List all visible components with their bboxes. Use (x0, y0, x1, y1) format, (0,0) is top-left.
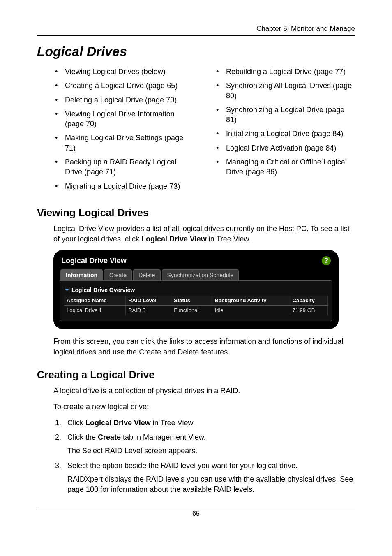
text: tab in Management View. (121, 433, 206, 441)
topics-columns: Viewing Logical Drives (below) Creating … (37, 67, 355, 195)
overview-label: Logical Drive Overview (71, 287, 135, 293)
tab-create[interactable]: Create (104, 269, 132, 280)
topics-left: Viewing Logical Drives (below) Creating … (37, 67, 194, 191)
section-heading-viewing: Viewing Logical Drives (37, 207, 355, 219)
table-row[interactable]: Logical Drive 1 RAID 5 Functional Idle 7… (64, 306, 328, 315)
text: Click (67, 419, 85, 427)
page-number: 65 (37, 507, 355, 517)
text: Select the option beside the RAID level … (67, 461, 297, 470)
step-2-sub: The Select RAID Level screen appears. (67, 446, 355, 456)
col-assigned-name: Assigned Name (64, 296, 126, 306)
step-2: Click the Create tab in Management View.… (63, 432, 355, 456)
list-item[interactable]: Logical Drive Activation (page 84) (214, 143, 355, 153)
logical-drive-view-panel: Logical Drive View ? Information Create … (53, 250, 339, 329)
cell-status: Functional (171, 306, 212, 315)
list-item[interactable]: Viewing Logical Drives (below) (53, 67, 194, 76)
list-item[interactable]: Making Logical Drive Settings (page 71) (53, 133, 194, 153)
text-bold: Create (98, 433, 121, 441)
col-status: Status (171, 296, 212, 306)
help-icon[interactable]: ? (322, 256, 331, 265)
text: Click the (67, 433, 98, 441)
tab-information[interactable]: Information (60, 269, 103, 280)
page-title: Logical Drives (37, 44, 355, 59)
chevron-down-icon (65, 289, 69, 291)
section1-para2: From this screen, you can click the link… (53, 336, 355, 357)
panel-title-text: Logical Drive View (61, 257, 127, 265)
list-item[interactable]: Initializing a Logical Drive (page 84) (214, 129, 355, 139)
step-1: Click Logical Drive View in Tree View. (63, 418, 355, 428)
text: in Tree View. (207, 235, 251, 243)
tab-sync-schedule[interactable]: Synchronization Schedule (162, 269, 239, 280)
table-header-row: Assigned Name RAID Level Status Backgrou… (64, 296, 328, 306)
section1-para1: Logical Drive View provides a list of al… (53, 224, 355, 244)
step-3: Select the option beside the RAID level … (63, 461, 355, 495)
col-raid-level: RAID Level (126, 296, 171, 306)
cell-raid-level: RAID 5 (126, 306, 171, 315)
steps-list: Click Logical Drive View in Tree View. C… (37, 418, 355, 495)
section-heading-creating: Creating a Logical Drive (37, 369, 355, 381)
col-background-activity: Background Activity (212, 296, 290, 306)
text-bold: Logical Drive View (141, 235, 207, 243)
overview-header[interactable]: Logical Drive Overview (64, 285, 328, 296)
logical-drive-table: Assigned Name RAID Level Status Backgrou… (64, 296, 328, 315)
cell-background-activity: Idle (212, 306, 290, 315)
list-item[interactable]: Synchronizing a Logical Drive (page 81) (214, 105, 355, 125)
col-capacity: Capacity (290, 296, 327, 306)
topics-right: Rebuilding a Logical Drive (page 77) Syn… (198, 67, 355, 177)
list-item[interactable]: Rebuilding a Logical Drive (page 77) (214, 67, 355, 76)
list-item[interactable]: Managing a Critical or Offline Logical D… (214, 157, 355, 177)
list-item[interactable]: Migrating a Logical Drive (page 73) (53, 181, 194, 191)
section2-p2: To create a new logical drive: (53, 402, 355, 412)
tab-delete[interactable]: Delete (133, 269, 160, 280)
text: in Tree View. (151, 419, 195, 427)
chapter-header: Chapter 5: Monitor and Manage (37, 25, 355, 36)
step-3-sub: RAIDXpert displays the RAID levels you c… (67, 474, 355, 495)
list-item[interactable]: Deleting a Logical Drive (page 70) (53, 95, 194, 105)
panel-tabs: Information Create Delete Synchronizatio… (60, 269, 332, 280)
cell-capacity: 71.99 GB (290, 306, 327, 315)
section2-p1: A logical drive is a collection of physi… (53, 386, 355, 396)
text-bold: Logical Drive View (85, 419, 151, 427)
list-item[interactable]: Backing up a RAID Ready Logical Drive (p… (53, 157, 194, 177)
list-item[interactable]: Synchronizing All Logical Drives (page 8… (214, 81, 355, 101)
panel-body: Logical Drive Overview Assigned Name RAI… (60, 280, 332, 321)
list-item[interactable]: Creating a Logical Drive (page 65) (53, 81, 194, 90)
cell-assigned-name: Logical Drive 1 (64, 306, 126, 315)
list-item[interactable]: Viewing Logical Drive Information (page … (53, 109, 194, 129)
